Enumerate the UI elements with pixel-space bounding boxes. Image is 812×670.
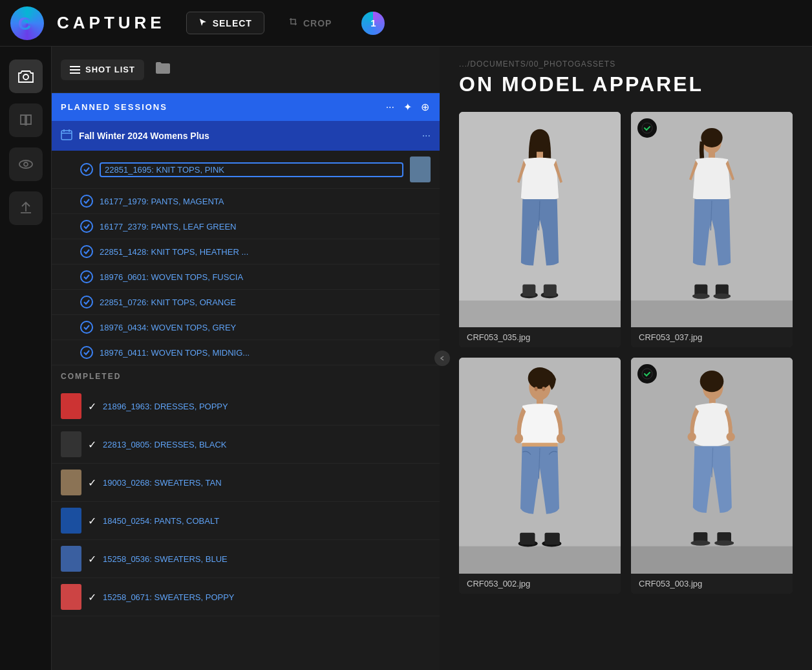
- main-layout: SHOT LIST PLANNED SESSIONS ··· ✦ ⊕: [0, 47, 812, 670]
- notification-badge[interactable]: 1: [361, 12, 385, 35]
- shot-name-7: 18976_0434: WOVEN TOPS, GREY: [100, 323, 431, 332]
- panel-header: SHOT LIST: [52, 47, 440, 93]
- completed-item-5[interactable]: ✓ 15258_0536: SWEATERS, BLUE: [52, 540, 440, 578]
- session-item[interactable]: Fall Winter 2024 Womens Plus ···: [52, 121, 440, 151]
- completed-name-2: 22813_0805: DRESSES, BLACK: [103, 440, 431, 449]
- svg-point-3: [24, 162, 28, 166]
- app-logo: C: [10, 6, 44, 40]
- shot-item-8[interactable]: 18976_0411: WOVEN TOPS, MIDNIG...: [52, 340, 440, 365]
- completed-check-1: ✓: [88, 400, 96, 413]
- sessions-add-btn[interactable]: ⊕: [420, 100, 431, 114]
- cursor-icon: [198, 17, 208, 28]
- photo-card-1[interactable]: CRF053_035.jpg: [459, 112, 621, 347]
- crop-icon: [289, 17, 298, 28]
- svg-point-34: [542, 387, 545, 391]
- svg-rect-19: [631, 301, 793, 328]
- shot-name-8: 18976_0411: WOVEN TOPS, MIDNIG...: [100, 348, 431, 358]
- completed-name-6: 15258_0671: SWEATERS, POPPY: [103, 592, 431, 602]
- completed-check-5: ✓: [88, 553, 96, 565]
- svg-rect-7: [61, 131, 72, 140]
- select-tool-button[interactable]: SELECT: [186, 12, 264, 34]
- calendar-icon: [61, 129, 72, 143]
- shot-check-2: [80, 195, 93, 208]
- completed-item-2[interactable]: ✓ 22813_0805: DRESSES, BLACK: [52, 426, 440, 464]
- page-title: ON MODEL APPAREL: [459, 72, 793, 96]
- crop-tool-button[interactable]: CROP: [277, 12, 343, 34]
- shot-thumb-1: [410, 157, 431, 182]
- collapse-panel-button[interactable]: [434, 351, 450, 366]
- shot-name-2: 16177_1979: PANTS, MAGENTA: [100, 197, 431, 206]
- svg-point-21: [701, 128, 722, 147]
- photo-label-3: CRF053_002.jpg: [459, 574, 621, 594]
- photo-img-3: [459, 358, 621, 573]
- svg-rect-44: [631, 546, 793, 574]
- session-name: Fall Winter 2024 Womens Plus: [79, 131, 416, 141]
- shot-name-3: 16177_2379: PANTS, LEAF GREEN: [100, 222, 431, 232]
- completed-item-1[interactable]: ✓ 21896_1963: DRESSES, POPPY: [52, 387, 440, 426]
- sessions-more-btn[interactable]: ···: [385, 100, 396, 114]
- shot-name-6: 22851_0726: KNIT TOPS, ORANGE: [100, 297, 431, 307]
- completed-item-3[interactable]: ✓ 19003_0268: SWEATERS, TAN: [52, 464, 440, 502]
- svg-point-46: [700, 371, 724, 392]
- completed-name-4: 18450_0254: PANTS, COBALT: [103, 516, 431, 526]
- completed-thumb-3: [61, 470, 81, 495]
- completed-thumb-6: [61, 584, 81, 610]
- select-label: SELECT: [213, 18, 252, 28]
- svg-point-55: [642, 369, 652, 379]
- check-overlay-2: [637, 118, 657, 138]
- shot-item-5[interactable]: 18976_0601: WOVEN TOPS, FUSCIA: [52, 265, 440, 290]
- completed-name-3: 19003_0268: SWEATERS, TAN: [103, 478, 431, 488]
- shot-name-5: 18976_0601: WOVEN TOPS, FUSCIA: [100, 272, 431, 282]
- sessions-star-btn[interactable]: ✦: [402, 100, 413, 114]
- completed-thumb-1: [61, 393, 81, 419]
- svg-rect-5: [70, 69, 80, 70]
- icon-sidebar: [0, 47, 52, 670]
- photo-label-1: CRF053_035.jpg: [459, 327, 621, 347]
- completed-item-6[interactable]: ✓ 15258_0671: SWEATERS, POPPY: [52, 578, 440, 616]
- folder-button[interactable]: [151, 57, 175, 82]
- shot-item-7[interactable]: 18976_0434: WOVEN TOPS, GREY: [52, 315, 440, 340]
- shot-item-2[interactable]: 16177_1979: PANTS, MAGENTA: [52, 189, 440, 214]
- svg-point-2: [19, 160, 32, 168]
- completed-check-2: ✓: [88, 438, 96, 451]
- photo-img-4: [631, 358, 793, 573]
- shot-item-1[interactable]: 22851_1695: KNIT TOPS, PINK: [52, 151, 440, 189]
- svg-point-37: [557, 434, 565, 444]
- sidebar-camera-btn[interactable]: [9, 59, 43, 93]
- shot-list-button[interactable]: SHOT LIST: [61, 59, 144, 80]
- shot-item-4[interactable]: 22851_1428: KNIT TOPS, HEATHER ...: [52, 239, 440, 265]
- photo-card-4[interactable]: CRF053_003.jpg: [631, 358, 793, 593]
- svg-rect-4: [70, 66, 80, 67]
- photo-grid: CRF053_035.jpg: [459, 112, 793, 594]
- completed-item-4[interactable]: ✓ 18450_0254: PANTS, COBALT: [52, 502, 440, 540]
- shot-check-4: [80, 245, 93, 258]
- completed-check-6: ✓: [88, 591, 96, 603]
- sidebar-eye-btn[interactable]: [9, 147, 43, 181]
- sidebar-book-btn[interactable]: [9, 103, 43, 137]
- photo-card-3[interactable]: CRF053_002.jpg: [459, 358, 621, 593]
- photo-card-2[interactable]: CRF053_037.jpg: [631, 112, 793, 347]
- svg-point-54: [714, 541, 734, 546]
- svg-point-48: [688, 433, 696, 441]
- svg-rect-41: [520, 533, 535, 545]
- sessions-actions: ··· ✦ ⊕: [385, 100, 431, 114]
- session-more-btn[interactable]: ···: [422, 130, 431, 142]
- svg-rect-17: [544, 285, 557, 296]
- shot-check-1: [80, 163, 93, 176]
- shot-check-5: [80, 270, 93, 283]
- shot-list: 22851_1695: KNIT TOPS, PINK 16177_1979: …: [52, 151, 440, 670]
- svg-point-49: [726, 433, 734, 441]
- breadcrumb: .../DOCUMENTS/00_PHOTOGASSETS: [459, 59, 793, 69]
- svg-rect-42: [544, 533, 559, 545]
- sidebar-upload-btn[interactable]: [9, 191, 43, 225]
- shot-item-6[interactable]: 22851_0726: KNIT TOPS, ORANGE: [52, 290, 440, 315]
- shot-item-3[interactable]: 16177_2379: PANTS, LEAF GREEN: [52, 214, 440, 239]
- completed-section-header: COMPLETED: [52, 365, 440, 387]
- photo-img-2: [631, 112, 793, 327]
- svg-rect-6: [70, 72, 80, 74]
- completed-check-3: ✓: [88, 477, 96, 489]
- svg-rect-38: [522, 443, 558, 448]
- main-content: .../DOCUMENTS/00_PHOTOGASSETS ON MODEL A…: [440, 47, 812, 670]
- photo-img-1: [459, 112, 621, 327]
- completed-name-1: 21896_1963: DRESSES, POPPY: [103, 402, 431, 411]
